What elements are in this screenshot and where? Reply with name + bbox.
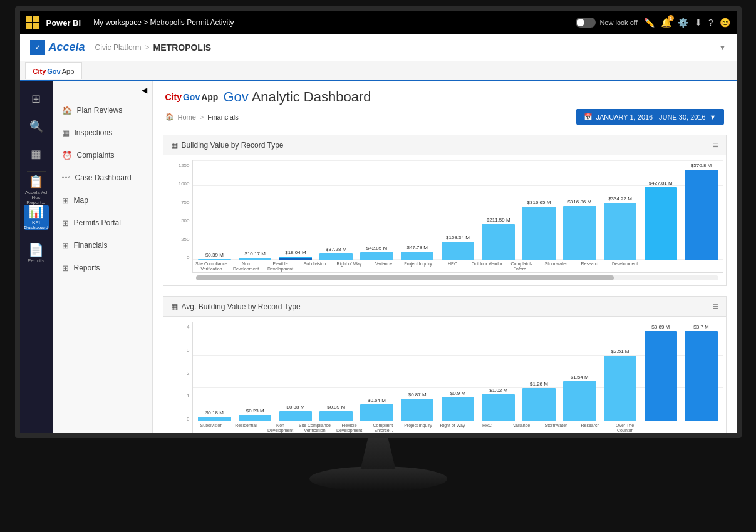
edit-icon[interactable]: ✏️: [644, 18, 655, 28]
bar2-subdivision: $0.18 M: [195, 324, 234, 421]
bar-fill-11: [604, 203, 637, 260]
dashboard-header: City Gov App Gov Analytic Dashboard 🏠 H: [153, 81, 737, 135]
sidebar-kpi-btn[interactable]: 📊 KPI Dashboard: [24, 205, 49, 230]
y2-label-1: 1: [166, 393, 192, 399]
breadcrumb-row: 🏠 Home > Financials 📅 JANUARY 1, 2016 - …: [165, 109, 724, 125]
chart1-scrollbar[interactable]: [196, 275, 718, 280]
bar-subdivision: $37.28 M: [317, 163, 356, 260]
nav-inspections[interactable]: ▦ Inspections: [53, 121, 152, 144]
bar2-fill-2: [239, 415, 272, 421]
bar2-fill-10: [563, 381, 596, 421]
sidebar-permits-btn[interactable]: 📄 Permits: [24, 240, 49, 265]
user-icon[interactable]: 😊: [720, 18, 730, 28]
bar-fill-3: [279, 257, 313, 260]
x2label-hrc: HRC: [471, 423, 504, 438]
bar-right-of-way: $42.85 M: [358, 163, 396, 260]
app-sidebar: ◀ 🏠 Plan Reviews ▦ Inspections ⏰ Complai…: [53, 81, 153, 438]
chart1-body: 1250 1000 750 500 250 0: [163, 155, 726, 285]
help-icon[interactable]: ?: [708, 18, 713, 28]
x2label-variance: Variance: [505, 423, 538, 438]
scrollbar-thumb-2[interactable]: [196, 437, 614, 438]
chart2-xlabels: Subdivision Residential Non Development …: [193, 421, 723, 434]
chart2-body: 4 3 2 1 0: [163, 317, 726, 438]
monitor-stand: [316, 438, 441, 501]
date-range-text: JANUARY 1, 2016 - JUNE 30, 2016: [596, 113, 706, 121]
chart1-menu-icon[interactable]: ≡: [712, 140, 718, 151]
bar-fill-4: [319, 253, 353, 260]
sidebar-search-btn[interactable]: 🔍: [24, 114, 49, 139]
bar2-fill-5: [360, 404, 393, 421]
settings-icon[interactable]: ⚙️: [678, 18, 688, 28]
accela-expand-icon[interactable]: ▼: [719, 43, 727, 52]
app-text: App: [62, 68, 75, 75]
nav-plan-reviews[interactable]: 🏠 Plan Reviews: [53, 99, 152, 121]
scrollbar-thumb-1[interactable]: [196, 275, 614, 280]
bar-fill-9: [522, 207, 556, 260]
bar-research: $427.81 M: [641, 163, 680, 260]
bar-development: $570.8 M: [682, 163, 721, 260]
powerbi-actions: New look off ✏️ 🔔 1 ⚙️ ⬇ ? 😊: [576, 18, 730, 28]
x2label-project-inquiry: Project Inquiry: [402, 423, 435, 438]
search-icon: 🔍: [29, 120, 43, 133]
citygov-logo: City Gov App: [33, 68, 75, 75]
plan-reviews-icon: 🏠: [62, 106, 72, 115]
x2label-stormwater: Stormwater: [540, 423, 572, 438]
dash-city-text: City: [165, 92, 182, 102]
nav-map[interactable]: ⊞ Map: [53, 189, 152, 212]
inspections-icon: ▦: [62, 128, 70, 138]
sidebar-apps-btn[interactable]: ▦: [24, 141, 49, 166]
notification-icon[interactable]: 🔔 1: [661, 18, 671, 28]
nav-complaints[interactable]: ⏰ Complaints: [53, 144, 152, 166]
nav-financials[interactable]: ⊞ Financials: [53, 234, 152, 257]
chart2-header: ▦ Avg. Building Value by Record Type ≡: [163, 297, 726, 317]
chart2-scrollbar[interactable]: [196, 437, 718, 438]
dash-citygov-logo: City Gov App: [165, 92, 219, 102]
y2-label-4: 4: [166, 324, 192, 330]
download-icon[interactable]: ⬇: [695, 18, 702, 28]
calendar-icon: 📅: [584, 113, 593, 121]
powerbi-breadcrumb: My workspace > Metropolis Permit Activit…: [93, 18, 571, 27]
permits-icon: 📄: [28, 242, 44, 257]
nav-case-dashboard[interactable]: 〰 Case Dashboard: [53, 166, 152, 189]
sidebar-home-btn[interactable]: ⊞: [24, 86, 49, 111]
y-label-1000: 1000: [166, 181, 192, 187]
x2label-residential: Residential: [230, 423, 262, 438]
y2-label-0: 0: [166, 416, 192, 422]
bar-project-inquiry: $108.34 M: [438, 163, 477, 260]
citygov-tab[interactable]: City Gov App: [25, 62, 83, 79]
powerbi-logo: Power BI: [46, 18, 81, 28]
chart1-header: ▦ Building Value by Record Type ≡: [163, 135, 726, 155]
reports-label: Reports: [74, 263, 100, 272]
bar2-stormwater: $2.51 M: [601, 324, 639, 421]
monitor-neck: [353, 438, 403, 469]
permits-portal-label: Permits Portal: [74, 218, 121, 227]
nav-reports[interactable]: ⊞ Reports: [53, 257, 152, 279]
nav-permits-portal[interactable]: ⊞ Permits Portal: [53, 212, 152, 234]
map-label: Map: [74, 196, 88, 205]
date-range-button[interactable]: 📅 JANUARY 1, 2016 - JUNE 30, 2016 ▼: [576, 109, 724, 125]
adhoc-icon: 📋: [28, 174, 44, 189]
x2label-row: Right of Way: [437, 423, 469, 438]
chart1-xlabels: Site ComplianceVerification Non Developm…: [193, 260, 723, 272]
waffle-icon[interactable]: [26, 16, 39, 29]
bar-fill-1: [198, 259, 231, 260]
kpi-label: KPI Dashboard: [24, 220, 49, 230]
sidebar-adhoc-btn[interactable]: 📋 Accela Ad Hoc Report...: [24, 177, 49, 202]
bar-complaint-enforc: $316.86 M: [560, 163, 599, 260]
breadcrumb-separator: >: [145, 43, 150, 52]
sidebar-collapse-btn[interactable]: ◀: [53, 81, 152, 99]
permits-portal-icon: ⊞: [62, 218, 69, 228]
chart2-menu-icon[interactable]: ≡: [712, 301, 718, 312]
bar-fill-7: [442, 242, 475, 260]
toggle-container[interactable]: New look off: [576, 18, 637, 28]
x2label-flexible: FlexibleDevelopment: [333, 423, 366, 438]
notification-badge: 1: [668, 15, 674, 21]
sidebar-divider-2: [27, 235, 46, 235]
dash-gov-text: Gov: [183, 92, 200, 102]
new-look-toggle[interactable]: [576, 18, 596, 28]
bar2-fill-11: [604, 356, 637, 421]
civic-platform-label: Civic Platform: [95, 43, 142, 52]
kpi-icon: 📊: [28, 204, 44, 219]
content-area: City Gov App Gov Analytic Dashboard 🏠 H: [153, 81, 737, 438]
bar2-complaint: $0.87 M: [398, 324, 437, 421]
